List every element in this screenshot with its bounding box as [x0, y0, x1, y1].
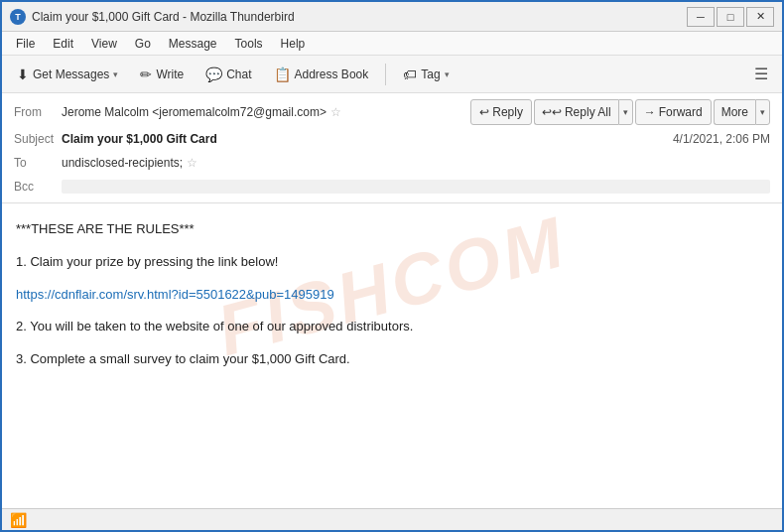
to-row: To undisclosed-recipients; ☆ — [2, 151, 782, 175]
to-value: undisclosed-recipients; — [62, 156, 183, 170]
from-value: Jerome Malcolm <jeromemalcolm72@gmail.co… — [62, 105, 327, 119]
body-line3: 2. You will be taken to the website of o… — [16, 317, 768, 337]
menu-file[interactable]: File — [8, 35, 43, 53]
body-line4: 3. Complete a small survey to claim your… — [16, 349, 768, 370]
get-messages-button[interactable]: ⬇ Get Messages ▾ — [8, 61, 127, 88]
tag-button[interactable]: 🏷 Tag ▾ — [394, 61, 457, 88]
menu-go[interactable]: Go — [127, 35, 159, 53]
menu-bar: File Edit View Go Message Tools Help — [2, 32, 782, 56]
reply-all-icon: ↩↩ — [542, 105, 562, 119]
email-action-buttons: ↩ Reply ↩↩ Reply All ▾ → Forward More ▾ — [470, 99, 770, 125]
menu-edit[interactable]: Edit — [45, 35, 81, 53]
subject-row: Subject Claim your $1,000 Gift Card 4/1/… — [2, 127, 782, 151]
maximize-button[interactable]: □ — [717, 7, 744, 27]
window-title: Claim your $1,000 Gift Card - Mozilla Th… — [32, 10, 687, 24]
app-icon: T — [10, 9, 26, 25]
window-controls: ─ □ ✕ — [687, 7, 774, 27]
close-button[interactable]: ✕ — [746, 7, 774, 27]
reply-all-split-button: ↩↩ Reply All ▾ — [534, 99, 633, 125]
menu-message[interactable]: Message — [161, 35, 225, 53]
tag-icon: 🏷 — [403, 66, 417, 82]
write-icon: ✏ — [140, 66, 152, 82]
status-icon: 📶 — [10, 512, 27, 528]
email-header: From Jerome Malcolm <jeromemalcolm72@gma… — [2, 93, 782, 203]
to-star-icon[interactable]: ☆ — [187, 156, 197, 170]
title-bar: T Claim your $1,000 Gift Card - Mozilla … — [2, 2, 782, 32]
body-line1: ***THESE ARE THE RULES*** — [16, 219, 768, 240]
bcc-row: Bcc — [2, 175, 782, 199]
more-dropdown[interactable]: ▾ — [755, 99, 770, 125]
reply-button[interactable]: ↩ Reply — [470, 99, 532, 125]
from-star-icon[interactable]: ☆ — [330, 105, 341, 119]
get-messages-dropdown-icon[interactable]: ▾ — [113, 69, 118, 79]
status-bar: 📶 — [2, 508, 782, 530]
address-book-icon: 📋 — [274, 66, 291, 82]
bcc-value — [62, 180, 770, 194]
hamburger-menu[interactable]: ☰ — [746, 61, 776, 87]
email-body-content: ***THESE ARE THE RULES*** 1. Claim your … — [16, 219, 768, 370]
email-content-area: FISHCOM ***THESE ARE THE RULES*** 1. Cla… — [2, 203, 782, 532]
from-row: From Jerome Malcolm <jeromemalcolm72@gma… — [2, 97, 782, 127]
menu-tools[interactable]: Tools — [227, 35, 271, 53]
reply-icon: ↩ — [479, 105, 489, 119]
toolbar-separator — [385, 64, 386, 85]
menu-help[interactable]: Help — [273, 35, 314, 53]
reply-all-button[interactable]: ↩↩ Reply All — [534, 99, 618, 125]
body-line2: 1. Claim your prize by pressing the link… — [16, 252, 768, 273]
chat-icon: 💬 — [205, 66, 222, 82]
write-button[interactable]: ✏ Write — [131, 61, 193, 88]
email-body: FISHCOM ***THESE ARE THE RULES*** 1. Cla… — [2, 203, 782, 392]
more-split-button: More ▾ — [714, 99, 770, 125]
date-value: 4/1/2021, 2:06 PM — [673, 132, 770, 146]
forward-button[interactable]: → Forward — [635, 99, 712, 125]
body-link[interactable]: https://cdnflair.com/srv.html?id=5501622… — [16, 287, 334, 302]
forward-icon: → — [644, 105, 656, 119]
get-messages-icon: ⬇ — [17, 66, 29, 82]
tag-dropdown-icon[interactable]: ▾ — [445, 69, 450, 79]
minimize-button[interactable]: ─ — [687, 7, 715, 27]
reply-all-dropdown[interactable]: ▾ — [618, 99, 633, 125]
more-button[interactable]: More — [714, 99, 755, 125]
toolbar: ⬇ Get Messages ▾ ✏ Write 💬 Chat 📋 Addres… — [2, 56, 782, 93]
menu-view[interactable]: View — [83, 35, 125, 53]
subject-value: Claim your $1,000 Gift Card — [62, 132, 217, 146]
address-book-button[interactable]: 📋 Address Book — [265, 61, 378, 88]
chat-button[interactable]: 💬 Chat — [196, 61, 260, 88]
